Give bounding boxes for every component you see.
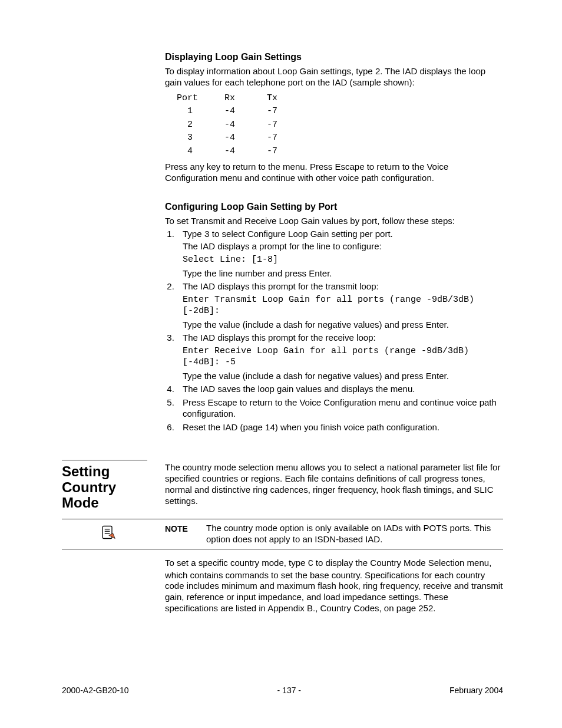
note-icon (100, 524, 116, 542)
side-heading-country-mode: Setting Country Mode (62, 460, 147, 510)
svg-rect-0 (103, 526, 112, 539)
step-item: The IAD displays this prompt for the rec… (177, 332, 503, 381)
footer-date: February 2004 (449, 686, 503, 695)
section-configure-loop-gain: Configuring Loop Gain Setting by Port To… (165, 197, 503, 436)
code-prompt: Select Line: [1-8] (183, 255, 503, 266)
step-text: Press Escape to return to the Voice Conf… (183, 397, 497, 419)
step-item: Reset the IAD (page 14) when you finish … (177, 422, 503, 433)
step-item: The IAD displays this prompt for the tra… (177, 281, 503, 330)
inline-code: C (308, 559, 313, 569)
step-text: The IAD displays this prompt for the tra… (183, 281, 379, 291)
step-text: The IAD displays this prompt for the rec… (183, 332, 376, 342)
paragraph: Press any key to return to the menu. Pre… (165, 162, 503, 184)
step-text: Type the value (include a dash for negat… (183, 371, 449, 381)
note-text: The country mode option is only availabl… (206, 523, 503, 545)
text: To set a specific country mode, type (165, 558, 308, 568)
footer-doc-id: 2000-A2-GB20-10 (62, 686, 129, 695)
step-text: Type the value (include a dash for negat… (183, 319, 449, 330)
step-item: Type 3 to select Configure Loop Gain set… (177, 229, 503, 279)
paragraph: The country mode selection menu allows y… (165, 462, 503, 506)
paragraph: To set a specific country mode, type C t… (165, 558, 503, 614)
code-prompt: Enter Transmit Loop Gain for all ports (… (183, 295, 503, 317)
code-prompt: Enter Receive Loop Gain for all ports (r… (183, 346, 503, 368)
paragraph: To set Transmit and Receive Loop Gain va… (165, 216, 503, 227)
step-text: The IAD saves the loop gain values and d… (183, 384, 415, 394)
note-label: NOTE (165, 523, 206, 533)
step-text: Type the line number and press Enter. (183, 268, 332, 278)
document-page: Displaying Loop Gain Settings To display… (0, 0, 562, 728)
inline-code: 3 (204, 230, 210, 240)
step-item: The IAD saves the loop gain values and d… (177, 384, 503, 395)
step-text: The IAD displays a prompt for the line t… (183, 241, 382, 251)
step-item: Press Escape to return to the Voice Conf… (177, 397, 503, 420)
code-sample-table: Port Rx Tx 1 -4 -7 2 -4 -7 3 -4 -7 4 -4 … (177, 92, 503, 159)
section-display-loop-gain: Displaying Loop Gain Settings To display… (165, 47, 503, 186)
heading-configure-loop-gain: Configuring Loop Gain Setting by Port (165, 202, 503, 212)
step-text: Type (183, 229, 204, 239)
note-block: NOTE The country mode option is only ava… (62, 519, 503, 549)
paragraph: To display information about Loop Gain s… (165, 66, 503, 88)
page-footer: 2000-A2-GB20-10 - 137 - February 2004 (62, 686, 503, 695)
ordered-steps: Type 3 to select Configure Loop Gain set… (165, 229, 503, 433)
heading-display-loop-gain: Displaying Loop Gain Settings (165, 52, 503, 62)
step-text: to select Configure Loop Gain setting pe… (210, 229, 393, 239)
paragraph-block: To set a specific country mode, type C t… (165, 555, 503, 617)
section-country-mode: Setting Country Mode The country mode se… (62, 460, 503, 510)
footer-page-number: - 137 - (277, 686, 301, 695)
step-text: Reset the IAD (page 14) when you finish … (183, 422, 439, 432)
